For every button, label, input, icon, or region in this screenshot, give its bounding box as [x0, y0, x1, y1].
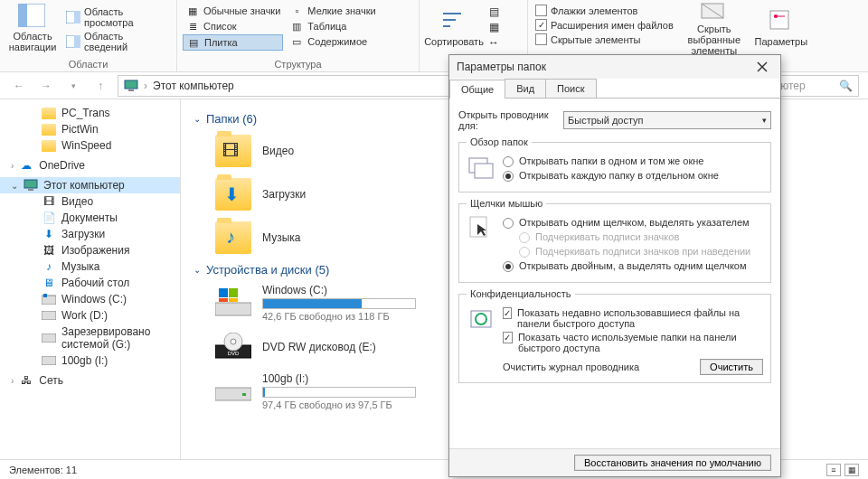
this-pc-icon: [124, 80, 138, 92]
tree-desktop[interactable]: 🖥Рабочий стол: [0, 275, 180, 291]
view-details-button[interactable]: ≡: [826, 464, 841, 476]
tree-music[interactable]: ♪Музыка: [0, 258, 180, 275]
svg-rect-17: [28, 189, 33, 191]
drive-usage-bar: [262, 298, 416, 309]
picture-icon: 🖼: [42, 244, 56, 257]
dialog-tabs: Общие Вид Поиск: [449, 79, 780, 99]
layout-small-icons[interactable]: ▫Мелкие значки: [287, 4, 378, 18]
network-icon: 🖧: [19, 374, 33, 387]
options-icon: [767, 9, 796, 34]
navigation-pane-icon: [18, 4, 47, 29]
chk-frequent-folders[interactable]: ✓Показать часто используемые папки на па…: [503, 332, 763, 353]
tree-drive-d[interactable]: Work (D:): [0, 307, 180, 324]
details-pane-button[interactable]: Область сведений: [63, 30, 171, 53]
layout-normal-icons[interactable]: ▦Обычные значки: [183, 4, 283, 18]
tree-downloads[interactable]: ⬇Загрузки: [0, 226, 180, 242]
svg-rect-14: [125, 80, 137, 89]
tree-videos[interactable]: 🎞Видео: [0, 193, 180, 210]
hide-selected-button[interactable]: Скрыть выбранные элементы: [679, 2, 750, 54]
cursor-icon: [467, 214, 495, 243]
svg-rect-15: [128, 89, 134, 91]
clear-button[interactable]: Очистить: [700, 359, 763, 375]
clear-history-label: Очистить журнал проводника: [503, 362, 639, 372]
layout-content[interactable]: ▭Содержимое: [287, 34, 378, 49]
onedrive-icon: ☁: [19, 159, 33, 172]
nav-pane-label: Область навигации: [9, 31, 57, 52]
svg-rect-11: [770, 11, 788, 29]
svg-rect-26: [219, 298, 228, 302]
group-by-icon[interactable]: ▤: [486, 5, 501, 18]
recent-dropdown[interactable]: ▾: [63, 76, 83, 96]
tab-general[interactable]: Общие: [449, 80, 505, 99]
tree-pictures[interactable]: 🖼Изображения: [0, 242, 180, 258]
tab-view[interactable]: Вид: [505, 79, 546, 98]
svg-point-13: [774, 14, 778, 18]
tree-this-pc[interactable]: ⌄Этот компьютер: [0, 177, 180, 193]
navigation-tree: PC_Trans PictWin WinSpeed ›☁OneDrive ⌄Эт…: [0, 99, 181, 461]
privacy-icon: [467, 305, 495, 333]
folder-icon: ⬇: [215, 178, 251, 211]
group-label-panes: Области: [5, 59, 171, 70]
layout-list[interactable]: ≣Список: [183, 19, 283, 33]
preview-pane-button[interactable]: Область просмотра: [63, 5, 171, 29]
navigation-pane-button[interactable]: Область навигации: [5, 2, 60, 54]
folder-options-dialog: Параметры папок Общие Вид Поиск Открыть …: [448, 54, 781, 477]
layout-table[interactable]: ▥Таблица: [287, 19, 378, 33]
privacy-group: Конфиденциальность ✓Показать недавно исп…: [458, 288, 771, 383]
drive-icon: [42, 354, 56, 367]
radio-same-window[interactable]: Открывать папки в одном и том же окне: [503, 155, 763, 167]
restore-defaults-button[interactable]: Восстановить значения по умолчанию: [574, 455, 771, 471]
tree-folder-pictwin[interactable]: PictWin: [0, 121, 180, 137]
svg-rect-23: [215, 303, 251, 315]
tab-search[interactable]: Поиск: [545, 79, 596, 98]
tree-documents[interactable]: 📄Документы: [0, 210, 180, 226]
radio-underline-always: Подчеркивать подписи значков: [519, 231, 763, 243]
tree-drive-c[interactable]: Windows (C:): [0, 291, 180, 307]
options-button[interactable]: Параметры: [753, 2, 809, 54]
tree-folder-winspeed[interactable]: WinSpeed: [0, 137, 180, 154]
svg-rect-21: [42, 333, 56, 343]
radio-double-click[interactable]: Открывать двойным, а выделять одним щелч…: [503, 260, 763, 272]
radio-new-window[interactable]: Открывать каждую папку в отдельном окне: [503, 170, 763, 182]
tree-drive-i[interactable]: 100gb (I:): [0, 352, 180, 369]
tree-network[interactable]: ›🖧Сеть: [0, 374, 180, 387]
search-box[interactable]: ьютер 🔍: [769, 75, 859, 97]
folder-icon: 🎞: [215, 135, 251, 167]
back-button[interactable]: ←: [9, 76, 29, 96]
svg-rect-22: [42, 356, 56, 365]
svg-rect-16: [24, 180, 37, 188]
hide-icon: [700, 0, 729, 22]
close-button[interactable]: [751, 58, 773, 76]
svg-point-30: [231, 339, 236, 344]
svg-text:DVD: DVD: [228, 351, 240, 356]
view-icons-button[interactable]: ▦: [844, 464, 859, 476]
browse-folders-group: Обзор папок Открывать папки в одном и то…: [458, 136, 771, 193]
forward-button[interactable]: →: [36, 76, 56, 96]
hdd-icon: [215, 373, 251, 409]
hidden-items-toggle[interactable]: Скрытые элементы: [533, 33, 675, 46]
tree-folder-pctrans[interactable]: PC_Trans: [0, 105, 180, 121]
svg-rect-5: [74, 35, 80, 48]
file-extensions-toggle[interactable]: ✓Расширения имен файлов: [533, 18, 675, 32]
chevron-down-icon: ▾: [762, 116, 767, 125]
document-icon: 📄: [42, 211, 56, 224]
svg-rect-27: [229, 298, 238, 302]
item-checkboxes-toggle[interactable]: Флажки элементов: [533, 4, 675, 17]
layout-tiles[interactable]: ▤Плитка: [183, 34, 283, 51]
add-column-icon[interactable]: ▦: [486, 21, 501, 33]
tree-onedrive[interactable]: ›☁OneDrive: [0, 159, 180, 172]
tree-drive-g[interactable]: Зарезервировано системой (G:): [0, 324, 180, 352]
radio-underline-hover: Подчеркивать подписи значков при наведен…: [519, 246, 763, 258]
up-button[interactable]: ↑: [90, 76, 110, 96]
dvd-drive-icon: DVD: [215, 329, 251, 365]
windows-drive-icon: [215, 285, 251, 321]
svg-rect-1: [18, 4, 27, 27]
chk-recent-files[interactable]: ✓Показать недавно использовавшиеся файлы…: [503, 307, 763, 329]
breadcrumb-thispc[interactable]: Этот компьютер: [153, 80, 234, 92]
fit-columns-icon[interactable]: ↔: [486, 36, 501, 49]
open-explorer-select[interactable]: Быстрый доступ▾: [563, 111, 771, 129]
svg-rect-3: [74, 11, 80, 23]
sort-button[interactable]: Сортировать: [425, 2, 483, 54]
radio-single-click[interactable]: Открывать одним щелчком, выделять указат…: [503, 217, 763, 229]
drive-icon: [42, 309, 56, 322]
